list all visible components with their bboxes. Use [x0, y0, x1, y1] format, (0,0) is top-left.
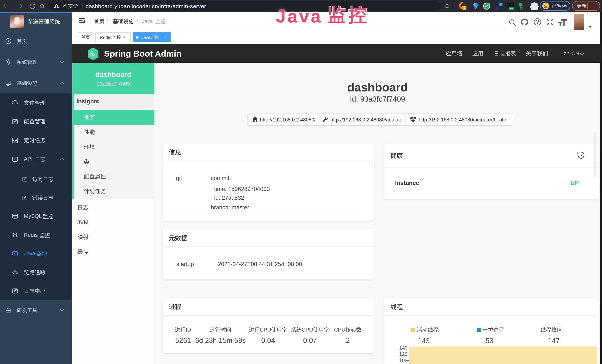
- svg-text:on: on: [510, 7, 513, 10]
- svg-text:1: 1: [464, 6, 465, 9]
